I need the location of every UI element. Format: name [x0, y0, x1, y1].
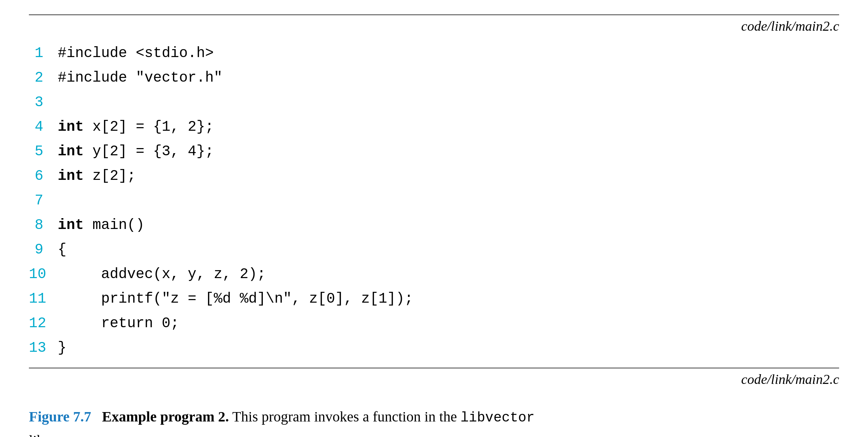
line-number-10: 10 — [29, 262, 58, 287]
caption: Figure 7.7 Example program 2. This progr… — [29, 405, 839, 437]
caption-mono: libvector — [460, 410, 534, 425]
code-line-8: 8 int main() — [29, 213, 839, 238]
filename-top: code/link/main2.c — [741, 18, 839, 34]
code-line-10: 10 addvec(x, y, z, 2); — [29, 262, 839, 287]
line-code-6: int z[2]; — [58, 164, 136, 189]
line-number-13: 13 — [29, 336, 58, 360]
line-code-2: #include "vector.h" — [58, 66, 222, 90]
code-line-13: 13 } — [29, 336, 839, 360]
line-code-4: int x[2] = {1, 2}; — [58, 115, 214, 139]
caption-figure-label: Figure 7.7 — [29, 408, 91, 425]
line-code-1: #include <stdio.h> — [58, 41, 214, 66]
caption-line2: library. — [29, 429, 839, 437]
line-number-7: 7 — [29, 189, 58, 213]
line-code-10: addvec(x, y, z, 2); — [58, 262, 266, 287]
caption-regular: This program invokes a function in the — [232, 408, 460, 425]
line-code-11: printf("z = [%d %d]\n", z[0], z[1]); — [58, 287, 413, 311]
caption-bold-text — [95, 408, 99, 425]
code-line-7: 7 — [29, 189, 839, 213]
line-number-1: 1 — [29, 41, 58, 66]
code-line-6: 6 int z[2]; — [29, 164, 839, 189]
code-line-9: 9 { — [29, 238, 839, 262]
code-line-12: 12 return 0; — [29, 311, 839, 336]
line-number-2: 2 — [29, 66, 58, 90]
line-number-9: 9 — [29, 238, 58, 262]
code-line-11: 11 printf("z = [%d %d]\n", z[0], z[1]); — [29, 287, 839, 311]
code-line-2: 2 #include "vector.h" — [29, 66, 839, 90]
code-line-5: 5 int y[2] = {3, 4}; — [29, 139, 839, 164]
line-code-7 — [58, 189, 66, 213]
code-line-1: 1 #include <stdio.h> — [29, 41, 839, 66]
line-code-9: { — [58, 238, 66, 262]
caption-line1: Figure 7.7 Example program 2. This progr… — [29, 405, 839, 429]
code-line-3: 3 — [29, 90, 839, 115]
line-number-6: 6 — [29, 164, 58, 189]
line-number-3: 3 — [29, 90, 58, 115]
line-code-13: } — [58, 336, 66, 360]
line-number-8: 8 — [29, 213, 58, 238]
line-code-12: return 0; — [58, 311, 179, 336]
line-code-8: int main() — [58, 213, 144, 238]
line-code-3 — [58, 90, 66, 115]
caption-bold: Example program 2. — [102, 408, 229, 425]
code-content: 1 #include <stdio.h> 2 #include "vector.… — [29, 34, 839, 368]
filename-bottom: code/link/main2.c — [741, 371, 839, 387]
line-number-11: 11 — [29, 287, 58, 311]
line-number-12: 12 — [29, 311, 58, 336]
line-code-5: int y[2] = {3, 4}; — [58, 139, 214, 164]
line-number-4: 4 — [29, 115, 58, 139]
code-line-4: 4 int x[2] = {1, 2}; — [29, 115, 839, 139]
code-container: code/link/main2.c 1 #include <stdio.h> 2… — [29, 14, 839, 387]
line-number-5: 5 — [29, 139, 58, 164]
